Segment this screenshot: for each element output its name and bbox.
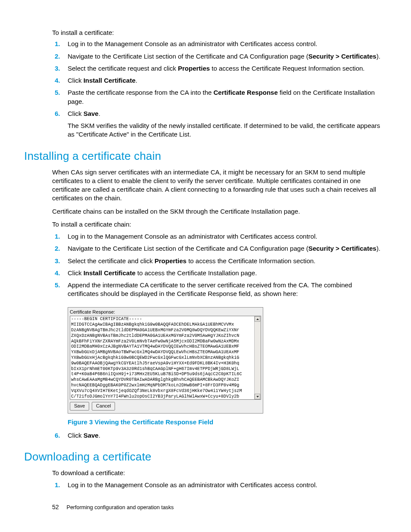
- chain-section: When CAs sign server certificates with a…: [52, 168, 381, 440]
- chevron-down-icon: [256, 396, 259, 398]
- chain-p1: When CAs sign server certificates with a…: [52, 168, 381, 203]
- step-text: Click: [68, 269, 84, 277]
- scrollbar[interactable]: [254, 316, 261, 399]
- install-steps: Log in to the Management Console as an a…: [52, 40, 381, 139]
- step-text-tail: .: [99, 110, 100, 117]
- chain-p3: To install a certificate chain:: [52, 220, 381, 229]
- step-text: Log in to the Management Console as an a…: [68, 481, 317, 488]
- step-text: Select the certificate request and click: [68, 65, 178, 72]
- scroll-down-button[interactable]: [255, 394, 260, 399]
- install-cert-section: To install a certificate: Log in to the …: [52, 28, 381, 139]
- step-6: Click Save. The SKM verifies the validit…: [52, 109, 381, 139]
- ui-label: Properties: [155, 257, 187, 264]
- step-text-tail: ).: [377, 245, 380, 252]
- cert-response-panel: Certificate Response: -----BEGIN CERTIFI…: [68, 307, 263, 414]
- step-text-tail: .: [136, 77, 137, 84]
- step-text: Select the certificate and click: [68, 257, 155, 264]
- scroll-up-button[interactable]: [255, 316, 260, 322]
- cancel-button[interactable]: Cancel: [92, 402, 115, 411]
- cert-pem-text: -----BEGIN CERTIFICATE----- MIIDGTCCAgAw…: [70, 316, 261, 399]
- ui-label: Install Certificate: [84, 77, 136, 84]
- cstep-1: Log in to the Management Console as an a…: [52, 232, 381, 241]
- step-1: Log in to the Management Console as an a…: [52, 40, 381, 48]
- cstep-3: Select the certificate and click Propert…: [52, 257, 381, 265]
- step-text-tail: ).: [377, 53, 380, 60]
- ui-label: Certificate Response: [214, 89, 278, 96]
- intro-text: To install a certificate:: [52, 28, 381, 37]
- download-section: To download a certificate: Log in to the…: [52, 469, 381, 490]
- chain-p2: Certificate chains can be installed on t…: [52, 207, 381, 216]
- button-row: Save Cancel: [70, 402, 261, 411]
- step-4: Click Install Certificate.: [52, 76, 381, 85]
- ui-label: Save: [84, 432, 99, 439]
- ui-label: Save: [84, 110, 99, 117]
- ui-label: Properties: [178, 65, 210, 72]
- dstep-1: Log in to the Management Console as an a…: [52, 481, 381, 489]
- step-text: Click: [68, 77, 84, 84]
- step-text: Click: [68, 432, 84, 439]
- ui-path: Security > Certificates: [308, 245, 377, 252]
- step-5: Paste the certificate response from the …: [52, 88, 381, 106]
- cstep-6: Click Save.: [52, 431, 381, 440]
- step-text-tail: to access the Certificate Installation p…: [136, 269, 257, 277]
- step-text: Navigate to the Certificate List section…: [68, 53, 308, 60]
- cert-response-label: Certificate Response:: [70, 309, 261, 315]
- footer-text: Performing configuration and operation t…: [67, 504, 174, 511]
- page-number: 52: [52, 503, 59, 511]
- ui-label: Install Certificate: [84, 269, 136, 277]
- step-3: Select the certificate request and click…: [52, 64, 381, 73]
- heading-download-cert: Downloading a certificate: [24, 449, 381, 464]
- step-text: Click: [68, 110, 84, 117]
- figure-3: Certificate Response: -----BEGIN CERTIFI…: [68, 307, 381, 427]
- cert-response-textarea[interactable]: -----BEGIN CERTIFICATE----- MIIDGTCCAgAw…: [70, 316, 261, 400]
- save-button[interactable]: Save: [70, 402, 89, 411]
- step-text: Log in to the Management Console as an a…: [68, 233, 317, 240]
- download-steps: Log in to the Management Console as an a…: [52, 481, 381, 489]
- step-text: Log in to the Management Console as an a…: [68, 40, 317, 47]
- step-text: Paste the certificate response from the …: [68, 89, 214, 96]
- chain-steps: Log in to the Management Console as an a…: [52, 232, 381, 440]
- chevron-up-icon: [256, 318, 259, 320]
- step-6-note: The SKM verifies the validity of the new…: [68, 121, 381, 139]
- page: To install a certificate: Log in to the …: [0, 0, 411, 532]
- ui-path: Security > Certificates: [308, 53, 377, 60]
- page-footer: 52 Performing configuration and operatio…: [24, 503, 174, 511]
- step-text-tail: .: [99, 432, 100, 439]
- step-text: Navigate to the Certificate List section…: [68, 245, 308, 252]
- step-2: Navigate to the Certificate List section…: [52, 52, 381, 61]
- cstep-2: Navigate to the Certificate List section…: [52, 244, 381, 253]
- step-text-tail: to access the Certificate Information se…: [187, 257, 315, 264]
- heading-install-chain: Installing a certificate chain: [24, 149, 381, 164]
- download-intro: To download a certificate:: [52, 469, 381, 477]
- step-text-tail: to access the Certificate Request Inform…: [210, 65, 364, 72]
- cstep-5: Append the intermediate CA certificate t…: [52, 281, 381, 426]
- cstep-4: Click Install Certificate to access the …: [52, 269, 381, 277]
- figure-caption: Figure 3 Viewing the Certificate Respons…: [68, 418, 381, 426]
- step-text: Append the intermediate CA certificate t…: [68, 281, 352, 297]
